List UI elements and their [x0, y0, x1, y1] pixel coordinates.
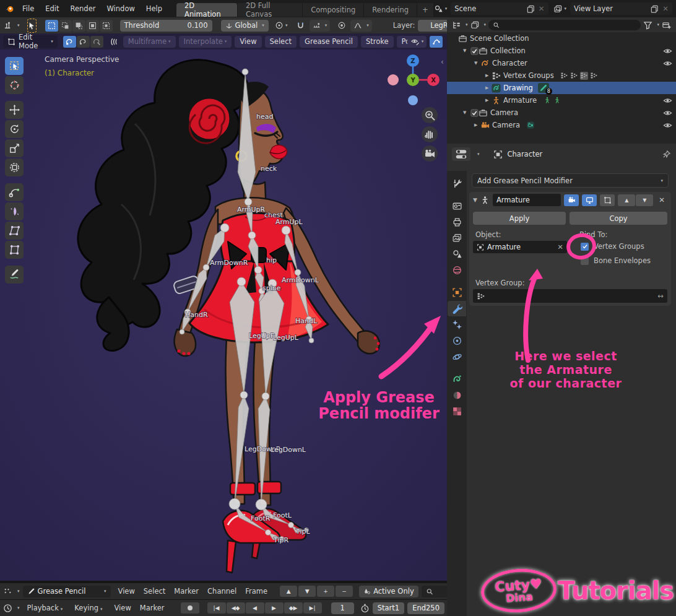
play-button[interactable]: ▶ [265, 602, 284, 614]
gizmo-minus-z-axis[interactable] [408, 95, 418, 105]
previous-keyframe-button[interactable]: ◀◆ [227, 602, 245, 614]
jump-to-start-button[interactable]: |◀ [207, 602, 226, 614]
move-modifier-up-button[interactable]: ▲ [618, 194, 635, 206]
gizmo-minus-x-axis[interactable] [388, 74, 399, 85]
viewport-canvas[interactable]: headneckArmUpRchestArmUpLArmDownRhipArmD… [0, 50, 447, 581]
modifier-name-field[interactable]: Armature [493, 194, 561, 206]
properties-tab-particles[interactable] [448, 333, 466, 349]
menu-render[interactable]: Render [65, 4, 102, 13]
threshold-slider[interactable]: Threshold 0.100 [120, 20, 212, 32]
collapse-caret-icon[interactable]: ▶ [485, 73, 492, 78]
outliner-row-collection[interactable]: ▼Collection [447, 45, 676, 57]
mode-dropdown[interactable]: Edit Mode ▾ [3, 35, 58, 48]
apply-button[interactable]: Apply [473, 212, 566, 225]
scene-selector-icon[interactable] [434, 4, 443, 14]
collapse-caret-icon[interactable]: ▶ [474, 123, 480, 128]
tool-radius[interactable] [5, 183, 24, 201]
expand-caret-icon[interactable]: ▼ [474, 61, 480, 66]
add-workspace-button[interactable]: + [417, 3, 434, 17]
view-layer-selector-icon[interactable] [553, 4, 563, 14]
snap-toggle-magnet-icon[interactable] [294, 20, 307, 32]
select-mode-subtract-button[interactable] [72, 20, 85, 32]
eye-icon[interactable] [663, 46, 672, 56]
playback-menu[interactable]: Playback▾ [23, 604, 67, 612]
collapse-caret-icon[interactable]: ▶ [485, 98, 492, 103]
overlay-visibility-dropdown[interactable]: ▾ [407, 36, 427, 48]
dopesheet-menu-select[interactable]: Select [139, 587, 170, 596]
current-frame-field[interactable]: 1 [331, 602, 354, 614]
proportional-editing-toggle[interactable] [335, 20, 348, 32]
dopesheet-menu-frame[interactable]: Frame [241, 587, 272, 596]
properties-tab-material[interactable] [448, 388, 466, 403]
collection-checkbox[interactable] [470, 46, 479, 56]
tool-annotate[interactable] [5, 266, 24, 284]
interpolate-dropdown[interactable]: Interpolate▾ [179, 36, 232, 48]
properties-tab-output[interactable] [448, 214, 466, 230]
tool-bend[interactable] [5, 202, 24, 220]
pose-icon[interactable] [553, 97, 561, 105]
move-modifier-down-button[interactable]: ▼ [636, 194, 653, 206]
properties-tab-modifiers[interactable] [448, 301, 466, 316]
gp-between-strokes-select-button[interactable] [90, 36, 103, 48]
viewport-menu-view[interactable]: View [235, 36, 261, 48]
zoom-icon[interactable] [422, 107, 438, 123]
properties-editor-type-icon[interactable] [452, 147, 470, 161]
keying-menu[interactable]: Keying▾ [70, 604, 106, 612]
outliner-row-scene-collection[interactable]: Scene Collection [447, 32, 676, 45]
transform-orientation-dropdown[interactable]: Global▾ [221, 20, 269, 32]
properties-tab-object[interactable] [448, 285, 466, 300]
tool-scale[interactable] [5, 139, 24, 157]
menu-edit[interactable]: Edit [40, 4, 64, 13]
multiframe-dropdown[interactable]: Multiframe▾ [123, 36, 176, 48]
close-icon[interactable]: ✕ [539, 4, 545, 13]
timeline-menu-marker[interactable]: Marker [136, 604, 169, 612]
pose-icon[interactable] [543, 97, 551, 105]
panel-expand-icon[interactable]: ▼ [473, 197, 477, 203]
eye-icon[interactable] [663, 96, 672, 105]
menu-file[interactable]: File [17, 4, 40, 13]
end-frame-field[interactable]: End250 [407, 602, 444, 614]
properties-tab-texture[interactable] [448, 404, 466, 419]
viewport-menu-stroke[interactable]: Stroke [361, 36, 394, 48]
vg-icon[interactable] [570, 72, 578, 80]
viewport-menu-select[interactable]: Select [265, 36, 297, 48]
select-mode-invert-button[interactable] [86, 20, 99, 32]
gp-point-select-button[interactable] [63, 36, 76, 48]
properties-tab-view-layer[interactable] [448, 230, 466, 246]
start-frame-field[interactable]: Start1 [373, 602, 404, 614]
proportional-falloff-dropdown[interactable]: ▾ [350, 20, 372, 32]
expand-caret-icon[interactable]: ▼ [463, 48, 469, 53]
bone-envelopes-checkbox[interactable] [581, 257, 589, 265]
properties-tab-tool[interactable] [448, 176, 466, 191]
clear-object-icon[interactable]: ✕ [557, 243, 563, 251]
channel-up-button[interactable]: ▲ [280, 586, 297, 597]
eye-icon[interactable] [663, 59, 672, 68]
auto-keying-record-button[interactable] [181, 602, 199, 614]
tool-move[interactable] [5, 101, 24, 119]
snap-settings-dropdown[interactable]: ▾ [310, 20, 331, 32]
select-mode-extend-button[interactable] [59, 20, 72, 32]
blender-logo-icon[interactable] [5, 4, 14, 14]
copy-button[interactable]: Copy [570, 212, 667, 225]
object-field[interactable]: Armature ✕ [473, 241, 567, 253]
outliner-row-camera[interactable]: ▼Camera [447, 106, 676, 119]
next-keyframe-button[interactable]: ◆▶ [284, 602, 303, 614]
editmode-visibility-toggle[interactable] [600, 194, 615, 206]
copy-icon[interactable] [526, 4, 535, 14]
tool-shear[interactable] [5, 222, 24, 240]
filter-funnel-icon[interactable] [643, 20, 652, 30]
menu-window[interactable]: Window [101, 4, 140, 13]
viewport-menu-grease-pencil[interactable]: Grease Pencil [300, 36, 358, 48]
active-only-toggle[interactable]: Active Only [359, 586, 418, 597]
use-preview-range-stopwatch-icon[interactable] [360, 604, 370, 613]
menu-help[interactable]: Help [141, 4, 168, 13]
camera-view-icon[interactable] [422, 145, 438, 162]
invert-vertex-group-icon[interactable]: ↔ [657, 292, 664, 300]
tool-select-box[interactable] [5, 57, 24, 75]
tool-cursor[interactable] [5, 76, 24, 94]
jump-to-end-button[interactable]: ▶| [303, 602, 322, 614]
vertex-group-field[interactable]: ↔ [473, 289, 667, 303]
dopesheet-mode-dropdown[interactable]: Grease Pencil▾ [23, 586, 111, 597]
view-layer-datablock[interactable]: View Layer ✕ [570, 2, 672, 15]
outliner-search-input[interactable] [488, 20, 641, 30]
